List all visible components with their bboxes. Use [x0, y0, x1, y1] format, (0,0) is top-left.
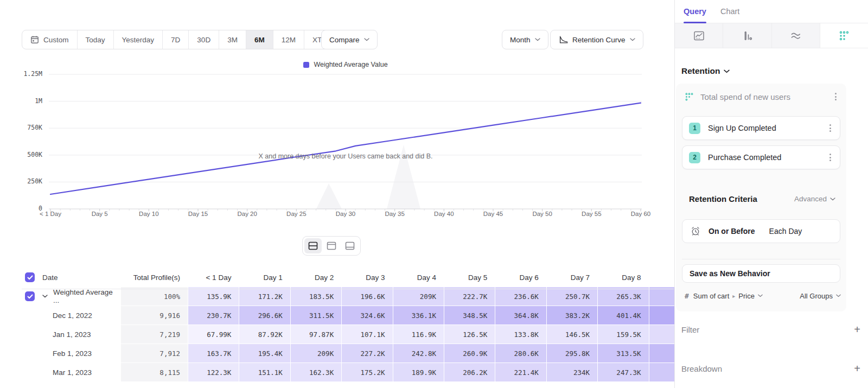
- range-30d-button[interactable]: 30D: [189, 30, 219, 49]
- retention-section-header[interactable]: Retention: [681, 66, 730, 76]
- retention-value-cell[interactable]: 206.2K: [444, 363, 495, 381]
- range-yesterday-button[interactable]: Yesterday: [114, 30, 163, 49]
- retention-value-cell[interactable]: 209K: [393, 287, 444, 306]
- retention-value-cell[interactable]: 311.5K: [291, 306, 341, 325]
- retention-value-cell[interactable]: 364.8K: [495, 306, 546, 325]
- funnels-icon[interactable]: [723, 23, 771, 48]
- retention-value-cell[interactable]: 162.3K: [291, 363, 341, 381]
- retention-value-cell[interactable]: 97.87K: [291, 325, 341, 344]
- retention-value-cell[interactable]: 383.2K: [547, 306, 597, 325]
- retention-value-cell[interactable]: 209K: [291, 344, 341, 362]
- retention-value-cell[interactable]: 107.1K: [342, 325, 392, 344]
- range-6m-button[interactable]: 6M: [246, 30, 273, 49]
- view-top-band-button[interactable]: [323, 238, 340, 253]
- date-range-segmented-control: CustomTodayYesterday7D30D3M6M12MXTD: [22, 30, 346, 49]
- retention-value-cell[interactable]: 221.4K: [495, 363, 546, 381]
- x-axis-tick-label: Day 20: [228, 211, 266, 217]
- chart-type-button[interactable]: Retention Curve: [550, 30, 643, 49]
- retention-value-cell[interactable]: 159.5K: [598, 325, 648, 344]
- step-menu-button[interactable]: [826, 123, 834, 133]
- table-row-label[interactable]: Dec 1, 2022: [22, 306, 120, 325]
- retention-value-cell[interactable]: 242.8K: [393, 344, 444, 362]
- table-row-label[interactable]: Mar 1, 2023: [22, 363, 120, 381]
- retention-curve-icon: [558, 35, 568, 44]
- retention-value-cell[interactable]: 196.6K: [342, 287, 392, 306]
- add-filter-button[interactable]: +: [854, 324, 860, 335]
- step-menu-button[interactable]: [826, 152, 834, 162]
- retention-value-cell[interactable]: 280.6K: [495, 344, 546, 362]
- view-split-rows-button[interactable]: [304, 238, 322, 253]
- row-label: Weighted Average ...: [53, 288, 120, 304]
- tab-chart[interactable]: Chart: [720, 0, 739, 23]
- view-bottom-band-button[interactable]: [341, 238, 359, 253]
- retention-value-cell[interactable]: 295.8K: [547, 344, 597, 362]
- retention-value-cell[interactable]: 87.92K: [239, 325, 290, 344]
- range-custom-button[interactable]: Custom: [22, 30, 78, 49]
- row-expand-chevron-icon[interactable]: [42, 295, 48, 298]
- retention-value-cell[interactable]: 247.3K: [598, 363, 648, 381]
- retention-value-cell[interactable]: 189.9K: [393, 363, 444, 381]
- retention-value-cell[interactable]: 67.99K: [188, 325, 239, 344]
- insights-icon[interactable]: [675, 23, 723, 48]
- retention-value-cell[interactable]: 116.9K: [393, 325, 444, 344]
- table-row-label[interactable]: Weighted Average ...: [22, 287, 120, 306]
- report-type-switcher: [675, 23, 868, 48]
- criteria-condition-row[interactable]: On or Before Each Day: [682, 219, 840, 243]
- step-purchase-completed[interactable]: 2 Purchase Completed: [682, 145, 840, 169]
- retention-value-cell[interactable]: 260.9K: [444, 344, 495, 362]
- chevron-down-icon: [724, 69, 730, 73]
- retention-value-cell[interactable]: 234K: [547, 363, 597, 381]
- retention-value-cell[interactable]: 348.5K: [444, 306, 495, 325]
- breakdown-section: Breakdown +: [681, 361, 860, 376]
- retention-icon[interactable]: [820, 23, 868, 48]
- table-row-label[interactable]: Jan 1, 2023: [22, 325, 120, 344]
- legend-swatch: [303, 62, 309, 68]
- add-breakdown-button[interactable]: +: [854, 363, 860, 374]
- retention-value-cell[interactable]: 313.5K: [598, 344, 648, 362]
- range-12m-button[interactable]: 12M: [273, 30, 304, 49]
- compare-button[interactable]: Compare: [321, 30, 378, 49]
- tab-query[interactable]: Query: [684, 0, 706, 23]
- range-today-button[interactable]: Today: [78, 30, 114, 49]
- retention-value-cell[interactable]: 230.7K: [188, 306, 239, 325]
- criteria-mode-dropdown[interactable]: Advanced: [794, 195, 835, 203]
- row-checkbox[interactable]: [25, 291, 35, 301]
- retention-value-cell[interactable]: 146.5K: [547, 325, 597, 344]
- range-7d-button[interactable]: 7D: [163, 30, 189, 49]
- retention-value-cell[interactable]: 183.5K: [291, 287, 341, 306]
- flows-icon[interactable]: [772, 23, 820, 48]
- retention-value-cell[interactable]: 227.2K: [342, 344, 392, 362]
- retention-value-cell[interactable]: 265.3K: [598, 287, 648, 306]
- table-row-label[interactable]: Feb 1, 2023: [22, 344, 120, 362]
- retention-value-cell[interactable]: 171.2K: [239, 287, 290, 306]
- retention-value-cell[interactable]: 133.8K: [495, 325, 546, 344]
- granularity-button[interactable]: Month: [502, 30, 548, 49]
- groups-dropdown[interactable]: All Groups: [800, 292, 841, 300]
- behavior-menu-button[interactable]: [832, 92, 840, 101]
- retention-line-chart[interactable]: 1.25M1M750K500K250K0< 1 DayDay 5Day 10Da…: [0, 71, 673, 233]
- measure-property-dropdown[interactable]: Sum of cart ▸ Price: [693, 292, 763, 300]
- retention-value-cell[interactable]: 126.5K: [444, 325, 495, 344]
- behavior-card-header: Total spend of new users: [685, 90, 840, 103]
- step-sign-up-completed[interactable]: 1 Sign Up Completed: [682, 116, 840, 140]
- chevron-down-icon: [830, 198, 835, 201]
- select-all-checkbox[interactable]: [25, 272, 35, 282]
- range-3m-button[interactable]: 3M: [219, 30, 246, 49]
- save-as-new-behavior-button[interactable]: Save as New Behavior: [682, 264, 840, 283]
- retention-value-cell[interactable]: 401.4K: [598, 306, 648, 325]
- retention-value-cell[interactable]: 175.2K: [342, 363, 392, 381]
- retention-value-cell[interactable]: 324.6K: [342, 306, 392, 325]
- card-divider: [682, 259, 840, 259]
- retention-value-cell[interactable]: 296.6K: [239, 306, 290, 325]
- retention-value-cell[interactable]: 163.7K: [188, 344, 239, 362]
- retention-value-cell[interactable]: 135.9K: [188, 287, 239, 306]
- retention-value-cell[interactable]: 222.7K: [444, 287, 495, 306]
- retention-value-cell[interactable]: 151.1K: [239, 363, 290, 381]
- retention-value-cell[interactable]: 236.6K: [495, 287, 546, 306]
- retention-value-cell[interactable]: 336.1K: [393, 306, 444, 325]
- table-header-day: Day 7: [547, 268, 597, 287]
- table-header-date: Date: [22, 268, 120, 287]
- retention-value-cell[interactable]: 250.7K: [547, 287, 597, 306]
- retention-value-cell[interactable]: 122.3K: [188, 363, 239, 381]
- retention-value-cell[interactable]: 195.4K: [239, 344, 290, 362]
